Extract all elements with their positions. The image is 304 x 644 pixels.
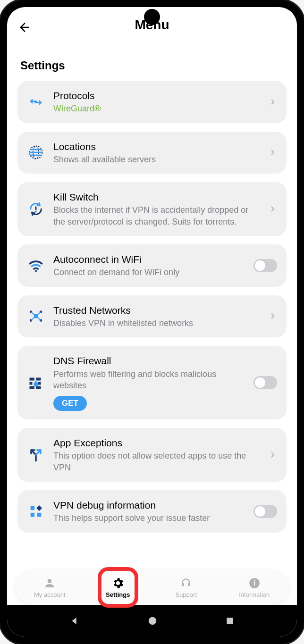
- globe-icon: [27, 143, 45, 161]
- android-nav-bar: [7, 605, 297, 637]
- settings-item-trusted[interactable]: Trusted Networks Disables VPN in whiteli…: [17, 295, 287, 338]
- firewall-icon: [27, 374, 45, 392]
- chevron-right-icon: [269, 451, 277, 459]
- svg-line-16: [36, 316, 41, 320]
- card-title: Locations: [53, 140, 260, 153]
- back-button[interactable]: [17, 20, 32, 34]
- svg-rect-23: [31, 506, 35, 510]
- svg-rect-17: [30, 378, 35, 381]
- card-body: Locations Shows all available servers: [53, 140, 260, 166]
- card-body: DNS Firewall Performs web filtering and …: [53, 354, 245, 411]
- arrow-left-icon: [17, 20, 32, 34]
- settings-item-protocols[interactable]: Protocols WireGuard®: [17, 81, 287, 123]
- autoconnect-toggle[interactable]: [253, 259, 277, 272]
- card-body: Autoconnect in WiFi Connect on demand fo…: [53, 253, 245, 278]
- card-body: Protocols WireGuard®: [53, 89, 260, 115]
- nav-label: Settings: [106, 591, 130, 598]
- split-arrows-icon: [27, 446, 45, 464]
- get-badge[interactable]: GET: [53, 396, 87, 411]
- card-subtitle: This option does not allow selected apps…: [53, 450, 260, 473]
- headset-icon: [179, 577, 193, 590]
- card-title: Autoconnect in WiFi: [53, 253, 245, 266]
- card-subtitle: Connect on demand for WiFi only: [53, 267, 245, 278]
- svg-point-7: [35, 270, 37, 272]
- gear-icon: [111, 577, 125, 590]
- settings-item-locations[interactable]: Locations Shows all available servers: [17, 132, 287, 174]
- svg-rect-22: [36, 386, 41, 389]
- android-recents-button[interactable]: [225, 616, 235, 626]
- svg-rect-20: [38, 382, 41, 385]
- nav-item-support[interactable]: Support: [152, 570, 220, 605]
- chevron-right-icon: [269, 148, 277, 157]
- card-title: VPN debug information: [53, 499, 245, 511]
- android-home-button[interactable]: [147, 616, 158, 626]
- svg-rect-28: [254, 582, 255, 586]
- settings-item-vpndebug[interactable]: VPN debug information This helps support…: [17, 490, 287, 533]
- card-subtitle: Disables VPN in whitelisted networks: [53, 318, 260, 329]
- card-subtitle: WireGuard®: [53, 103, 260, 114]
- card-title: Trusted Networks: [53, 304, 260, 317]
- android-back-button[interactable]: [69, 616, 80, 626]
- svg-rect-19: [30, 382, 33, 385]
- nav-item-settings[interactable]: Settings: [84, 570, 152, 605]
- svg-line-14: [36, 312, 41, 316]
- camera-notch: [144, 9, 160, 25]
- phone-screen: Menu Settings Protocols WireGuard®: [7, 7, 297, 637]
- info-icon: [248, 577, 261, 590]
- card-body: Kill Switch Blocks the internet if VPN i…: [53, 191, 260, 227]
- chevron-right-icon: [269, 205, 277, 213]
- card-subtitle: Shows all available servers: [53, 154, 260, 165]
- card-title: Kill Switch: [53, 191, 260, 203]
- network-nodes-icon: [27, 307, 45, 325]
- svg-rect-24: [36, 505, 42, 511]
- svg-point-29: [253, 580, 255, 582]
- section-heading: Settings: [7, 36, 297, 81]
- dnsfirewall-toggle[interactable]: [253, 376, 277, 389]
- settings-item-dnsfirewall[interactable]: DNS Firewall Performs web filtering and …: [17, 346, 287, 419]
- nav-item-information[interactable]: Information: [220, 570, 289, 605]
- person-icon: [43, 577, 56, 590]
- svg-rect-31: [227, 618, 233, 624]
- card-title: DNS Firewall: [53, 354, 245, 367]
- chevron-right-icon: [269, 98, 277, 106]
- svg-point-6: [35, 211, 37, 212]
- nav-label: My account: [34, 591, 65, 598]
- vpndebug-toggle[interactable]: [253, 505, 277, 518]
- svg-rect-25: [31, 513, 35, 517]
- phone-frame: Menu Settings Protocols WireGuard®: [0, 0, 304, 644]
- card-body: VPN debug information This helps support…: [53, 499, 245, 524]
- svg-line-13: [31, 312, 36, 316]
- settings-item-autoconnect[interactable]: Autoconnect in WiFi Connect on demand fo…: [17, 244, 287, 287]
- nav-label: Information: [239, 591, 270, 598]
- card-body: App Exceptions This option does not allo…: [53, 436, 260, 473]
- card-subtitle: This helps support solve your issue fast…: [53, 512, 245, 524]
- svg-rect-18: [36, 378, 41, 381]
- card-body: Trusted Networks Disables VPN in whiteli…: [53, 304, 260, 329]
- settings-item-killswitch[interactable]: Kill Switch Blocks the internet if VPN i…: [17, 182, 287, 236]
- svg-rect-26: [37, 513, 42, 517]
- svg-line-15: [31, 316, 36, 320]
- bottom-nav: My account Settings Support Informatio: [16, 570, 288, 605]
- settings-item-appexceptions[interactable]: App Exceptions This option does not allo…: [17, 428, 287, 482]
- svg-rect-21: [30, 386, 35, 389]
- card-subtitle: Performs web filtering and blocks malici…: [53, 368, 245, 392]
- card-subtitle: Blocks the internet if VPN is accidental…: [53, 204, 260, 227]
- chevron-right-icon: [269, 312, 277, 320]
- svg-point-30: [149, 617, 157, 625]
- refresh-alert-icon: [27, 200, 45, 218]
- card-title: Protocols: [53, 89, 260, 102]
- card-title: App Exceptions: [53, 436, 260, 449]
- arrows-exchange-icon: [27, 93, 45, 111]
- nav-label: Support: [175, 591, 197, 598]
- wifi-icon: [27, 257, 45, 275]
- apps-grid-icon: [27, 502, 45, 520]
- settings-list: Protocols WireGuard® Locat: [7, 81, 297, 637]
- nav-item-account[interactable]: My account: [16, 570, 84, 605]
